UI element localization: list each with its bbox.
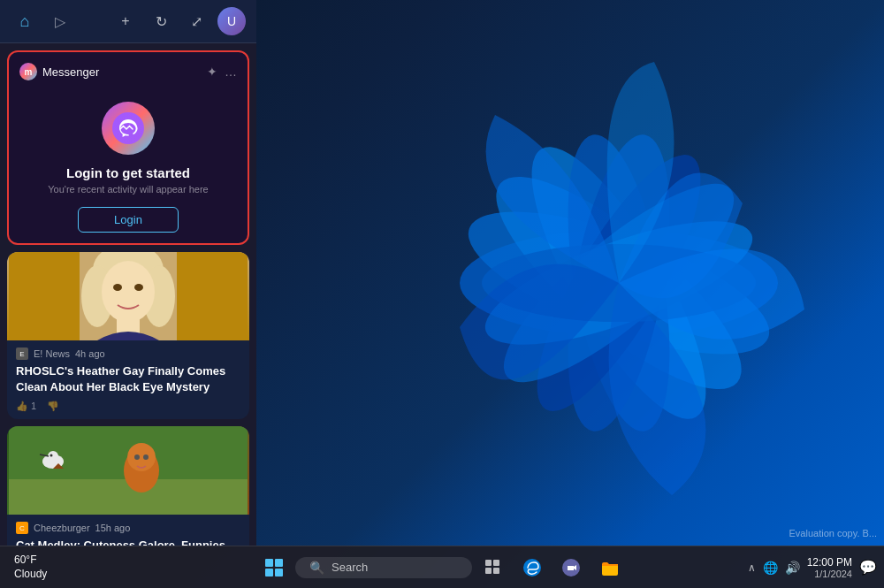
source-name-2: Cheezburger bbox=[34, 523, 90, 533]
taskbar-left: 60°F Cloudy bbox=[7, 554, 54, 581]
panel-actions: + ↻ ⤢ U bbox=[111, 7, 246, 35]
taskbar-weather-condition: Cloudy bbox=[14, 568, 47, 582]
news-title-1[interactable]: RHOSLC's Heather Gay Finally Comes Clean… bbox=[16, 363, 240, 395]
dislike-icon[interactable]: 👎 bbox=[47, 401, 59, 412]
search-label: Search bbox=[332, 561, 368, 574]
svg-point-23 bbox=[48, 451, 58, 462]
panel-scroll-area[interactable]: m Messenger ✦ … bbox=[0, 43, 256, 546]
taskbar: 60°F Cloudy 🔍 Search bbox=[0, 546, 884, 588]
pin-icon[interactable]: ✦ bbox=[207, 65, 217, 79]
news-image-1 bbox=[7, 252, 249, 340]
news-title-2[interactable]: Cat Medley: Cuteness Galore, Funnies, Re… bbox=[16, 538, 240, 546]
svg-rect-55 bbox=[493, 560, 499, 566]
e-news-source-icon: E bbox=[16, 347, 28, 360]
news-card-1: E E! News 4h ago RHOSLC's Heather Gay Fi… bbox=[7, 252, 249, 419]
taskbar-center: 🔍 Search bbox=[256, 550, 628, 585]
taskbar-weather[interactable]: 60°F Cloudy bbox=[7, 554, 54, 581]
news-card-2: C Cheezburger 15h ago Cat Medley: Cutene… bbox=[7, 426, 249, 546]
home-nav-icon[interactable]: ⌂ bbox=[11, 7, 39, 35]
volume-icon[interactable]: 🔊 bbox=[785, 561, 800, 575]
messenger-icon: m bbox=[19, 63, 37, 80]
svg-point-18 bbox=[134, 284, 143, 291]
login-button[interactable]: Login bbox=[78, 207, 179, 233]
start-button[interactable] bbox=[256, 550, 292, 585]
svg-rect-57 bbox=[493, 568, 499, 574]
cheezburger-icon: C bbox=[16, 522, 28, 534]
svg-rect-56 bbox=[485, 568, 492, 574]
bloom-wallpaper bbox=[407, 27, 831, 539]
task-view-button[interactable] bbox=[476, 550, 511, 585]
profile-avatar[interactable]: U bbox=[217, 7, 246, 35]
svg-point-26 bbox=[127, 443, 156, 471]
video-nav-icon[interactable]: ▷ bbox=[46, 7, 74, 35]
animals-image bbox=[7, 426, 249, 515]
search-bar[interactable]: 🔍 Search bbox=[295, 557, 472, 578]
svg-point-16 bbox=[102, 261, 155, 323]
svg-point-24 bbox=[50, 454, 53, 457]
edge-browser-icon[interactable] bbox=[514, 550, 550, 585]
svg-point-29 bbox=[134, 454, 140, 460]
taskbar-weather-temp: 60°F bbox=[14, 554, 47, 568]
news-reactions-1: 👍 1 👎 bbox=[16, 401, 240, 412]
news-time-1: 4h ago bbox=[75, 348, 105, 359]
login-title: Login to get started bbox=[66, 165, 190, 180]
news-time-2: 15h ago bbox=[95, 523, 131, 533]
notification-icon[interactable]: 💬 bbox=[859, 559, 877, 576]
video-call-icon[interactable] bbox=[553, 550, 589, 585]
messenger-card-header: m Messenger ✦ … bbox=[19, 63, 237, 80]
messenger-card-title: Messenger bbox=[42, 65, 99, 79]
widget-panel: ⌂ ▷ + ↻ ⤢ U m Messenger ✦ … bbox=[0, 0, 256, 546]
network-icon[interactable]: 🌐 bbox=[763, 561, 778, 575]
search-icon: 🔍 bbox=[309, 561, 324, 575]
messenger-logo bbox=[102, 102, 155, 155]
messenger-card: m Messenger ✦ … bbox=[7, 50, 249, 245]
eval-copy-text: Evaluation copy. B... bbox=[789, 528, 877, 538]
messenger-card-actions: ✦ … bbox=[207, 65, 237, 79]
expand-button[interactable]: ⤢ bbox=[182, 7, 210, 35]
source-name-1: E! News bbox=[34, 348, 70, 359]
taskbar-right: ∧ 🌐 🔊 12:00 PM 1/1/2024 💬 bbox=[748, 556, 877, 579]
svg-point-30 bbox=[143, 454, 149, 460]
news-source-2: C Cheezburger 15h ago bbox=[16, 522, 240, 534]
like-icon[interactable]: 👍 1 bbox=[16, 401, 36, 412]
svg-point-17 bbox=[113, 284, 122, 291]
file-explorer-icon[interactable] bbox=[592, 550, 628, 585]
news-content-1: E E! News 4h ago RHOSLC's Heather Gay Fi… bbox=[7, 340, 249, 419]
login-subtitle: You're recent activity will appear here bbox=[48, 184, 208, 195]
add-feed-button[interactable]: + bbox=[111, 7, 140, 35]
more-options-icon[interactable]: … bbox=[225, 65, 237, 79]
windows-logo bbox=[265, 559, 283, 577]
clock[interactable]: 12:00 PM 1/1/2024 bbox=[807, 556, 852, 579]
system-tray-icons: ∧ bbox=[748, 561, 756, 574]
panel-header: ⌂ ▷ + ↻ ⤢ U bbox=[0, 0, 256, 43]
news-content-2: C Cheezburger 15h ago Cat Medley: Cutene… bbox=[7, 515, 249, 546]
news-source-1: E E! News 4h ago bbox=[16, 347, 240, 360]
svg-rect-54 bbox=[485, 560, 492, 566]
refresh-button[interactable]: ↻ bbox=[147, 7, 175, 35]
